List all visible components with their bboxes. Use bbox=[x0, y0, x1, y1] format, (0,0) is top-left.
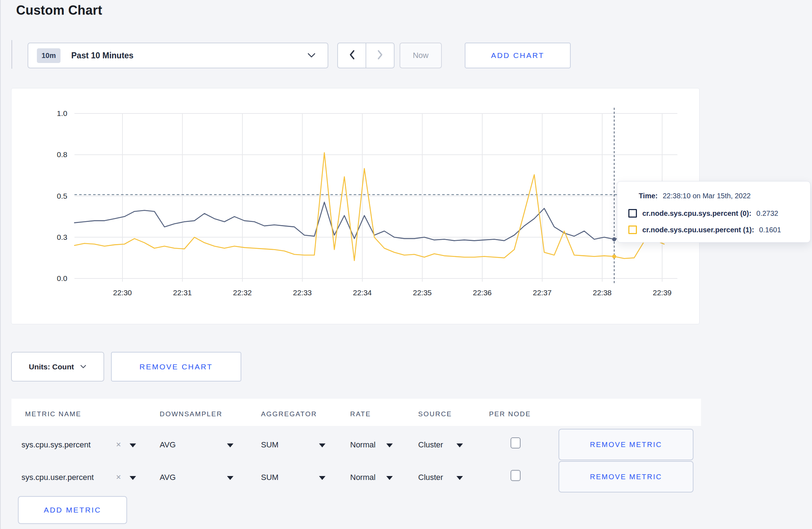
rate-caret-icon[interactable] bbox=[386, 443, 393, 447]
metric-name-select[interactable]: sys.cpu.user.percent bbox=[21, 473, 94, 482]
time-window-dropdown[interactable]: 10m Past 10 Minutes bbox=[28, 43, 328, 68]
downsampler-caret-icon[interactable] bbox=[227, 476, 233, 480]
units-label: Units: Count bbox=[29, 363, 74, 371]
prev-time-button[interactable] bbox=[338, 43, 366, 68]
x-tick-label: 22:33 bbox=[293, 288, 312, 297]
hover-point-sys bbox=[612, 237, 616, 241]
remove-metric-button[interactable]: REMOVE METRIC bbox=[559, 461, 693, 492]
x-tick-label: 22:32 bbox=[233, 288, 252, 297]
chevron-down-icon bbox=[80, 365, 86, 369]
x-tick-label: 22:34 bbox=[353, 288, 372, 297]
now-button[interactable]: Now bbox=[400, 43, 442, 68]
remove-metric-button[interactable]: REMOVE METRIC bbox=[559, 429, 693, 460]
rate-select[interactable]: Normal bbox=[350, 440, 376, 450]
y-tick-label: 1.0 bbox=[57, 109, 67, 117]
tooltip-time-value: 22:38:10 on Mar 15th, 2022 bbox=[663, 192, 751, 200]
x-tick-label: 22:31 bbox=[173, 288, 192, 297]
metric-name-caret-icon[interactable] bbox=[130, 443, 136, 447]
source-select[interactable]: Cluster bbox=[418, 473, 443, 482]
chart-tooltip: Time: 22:38:10 on Mar 15th, 2022 cr.node… bbox=[617, 181, 811, 243]
series-line-sys bbox=[74, 202, 664, 241]
series-line-user bbox=[74, 153, 664, 261]
tooltip-user-label: cr.node.sys.cpu.user.percent (1): bbox=[642, 226, 754, 234]
x-tick-label: 22:39 bbox=[653, 288, 672, 297]
per-node-checkbox[interactable] bbox=[511, 470, 521, 481]
metric-name-select[interactable]: sys.cpu.sys.percent bbox=[21, 440, 91, 450]
aggregator-select[interactable]: SUM bbox=[261, 440, 279, 450]
time-window-label: Past 10 Minutes bbox=[71, 51, 134, 60]
chevron-left-icon bbox=[348, 49, 356, 62]
metric-name-caret-icon[interactable] bbox=[130, 476, 136, 480]
downsampler-select[interactable]: AVG bbox=[160, 440, 176, 450]
y-tick-label: 0.3 bbox=[57, 233, 67, 241]
chart-canvas[interactable]: 0.00.30.50.81.022:3022:3122:3222:3322:34… bbox=[11, 88, 699, 324]
y-tick-label: 0.8 bbox=[57, 150, 67, 159]
chevron-right-icon bbox=[376, 49, 384, 62]
source-caret-icon[interactable] bbox=[456, 443, 463, 447]
add-chart-button[interactable]: ADD CHART bbox=[465, 43, 571, 68]
downsampler-select[interactable]: AVG bbox=[160, 473, 176, 482]
col-header-rate: RATE bbox=[350, 410, 371, 418]
chevron-down-icon bbox=[308, 53, 315, 58]
x-tick-label: 22:35 bbox=[413, 288, 432, 297]
clear-metric-icon[interactable]: × bbox=[116, 440, 121, 449]
tooltip-series-row: cr.node.sys.cpu.sys.percent (0): 0.2732 bbox=[628, 209, 778, 218]
col-header-source: SOURCE bbox=[418, 410, 452, 418]
tooltip-time-row: Time: 22:38:10 on Mar 15th, 2022 bbox=[639, 191, 751, 200]
y-tick-label: 0.0 bbox=[57, 274, 67, 282]
col-header-downsampler: DOWNSAMPLER bbox=[160, 410, 222, 418]
x-tick-label: 22:30 bbox=[113, 288, 132, 297]
tooltip-sys-value: 0.2732 bbox=[757, 209, 778, 218]
tooltip-user-value: 0.1601 bbox=[759, 226, 781, 234]
x-tick-label: 22:37 bbox=[533, 288, 552, 297]
col-header-per-node: PER NODE bbox=[489, 410, 531, 418]
time-step-group bbox=[337, 43, 395, 68]
aggregator-select[interactable]: SUM bbox=[261, 473, 279, 482]
source-caret-icon[interactable] bbox=[456, 476, 463, 480]
tooltip-time-label: Time: bbox=[639, 192, 658, 200]
remove-chart-button[interactable]: REMOVE CHART bbox=[111, 352, 241, 382]
per-node-checkbox[interactable] bbox=[511, 437, 521, 448]
clear-metric-icon[interactable]: × bbox=[116, 473, 121, 481]
series-user-swatch-icon bbox=[628, 225, 637, 234]
aggregator-caret-icon[interactable] bbox=[319, 476, 325, 480]
y-tick-label: 0.5 bbox=[57, 192, 67, 200]
tooltip-series-row: cr.node.sys.cpu.user.percent (1): 0.1601 bbox=[628, 225, 781, 234]
x-tick-label: 22:38 bbox=[593, 288, 612, 297]
add-metric-button[interactable]: ADD METRIC bbox=[18, 496, 127, 524]
tooltip-sys-label: cr.node.sys.cpu.sys.percent (0): bbox=[642, 209, 751, 218]
page-title: Custom Chart bbox=[16, 3, 102, 18]
series-sys-swatch-icon bbox=[628, 209, 637, 218]
toolbar-left-divider bbox=[11, 40, 12, 69]
downsampler-caret-icon[interactable] bbox=[227, 443, 233, 447]
x-tick-label: 22:36 bbox=[473, 288, 492, 297]
source-select[interactable]: Cluster bbox=[418, 440, 443, 450]
units-dropdown[interactable]: Units: Count bbox=[11, 352, 104, 382]
time-window-badge: 10m bbox=[37, 48, 61, 63]
next-time-button[interactable] bbox=[366, 43, 394, 68]
hover-point-user bbox=[612, 254, 616, 258]
aggregator-caret-icon[interactable] bbox=[319, 443, 325, 447]
rate-select[interactable]: Normal bbox=[350, 473, 376, 482]
rate-caret-icon[interactable] bbox=[386, 476, 393, 480]
col-header-aggregator: AGGREGATOR bbox=[261, 410, 317, 418]
custom-chart-page: { "page": { "title": "Custom Chart" }, "… bbox=[0, 0, 812, 529]
chart-card: 0.00.30.50.81.022:3022:3122:3222:3322:34… bbox=[11, 88, 700, 324]
col-header-metric-name: METRIC NAME bbox=[25, 410, 81, 418]
